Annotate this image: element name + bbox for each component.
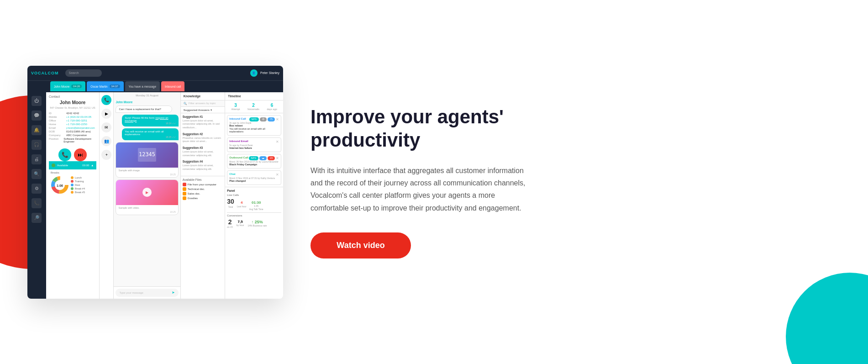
chat-panel: Monday 31 August John Moore Can I have a… <box>114 92 180 299</box>
topbar-user-name: Peter Stanley <box>260 71 279 74</box>
live-calls-title: Live Calls <box>227 194 281 196</box>
live-calls-row: 30 Total 4 Last hour 01:30 1:45 <box>227 198 281 211</box>
breaks-container: 1:06 Lunch Training Rest Break #4 Break … <box>51 176 95 194</box>
chat-sidebar: 📞 ▶ ✉ 👥 + <box>100 92 114 299</box>
chat-bubble: Sure! Please fill the form request an ex… <box>122 115 179 127</box>
knowledge-filter[interactable]: 🔍 Filter answers by topic <box>181 100 225 107</box>
chat-sender: John Moore <box>116 100 178 104</box>
app-main: ⏻ 💬 🔔 🎧 🖨 🔍 ⚙ 📞 🔎 Contact John Moore <box>27 92 283 299</box>
chat-social-icon[interactable]: 👥 <box>101 136 111 146</box>
contact-row: ID 4242 4242 <box>49 112 96 115</box>
contact-address: 547 Chester St, Brooklyn, NY 11212, US <box>49 106 96 109</box>
files-title: Available Files <box>183 178 223 181</box>
contact-row: Office +1 718-000-3251 <box>49 119 96 122</box>
chat-input[interactable]: Type your message ➤ <box>116 289 178 297</box>
stat-attempts: 3 Attempt <box>231 103 240 111</box>
chat-more-icon[interactable]: + <box>101 150 111 160</box>
chat-sms-icon[interactable]: ✉ <box>101 122 111 132</box>
chat-date: Monday 31 August <box>114 92 180 99</box>
status-expand[interactable]: ▲ <box>91 164 94 167</box>
nav-phone-icon[interactable]: 📞 <box>32 198 42 208</box>
tab-message[interactable]: You have a message <box>125 81 160 91</box>
tab-label: Oscar Martin <box>90 85 107 88</box>
call-controls: 📞 ⏭ <box>49 148 96 161</box>
stat-voicemails: 2 Voicemails <box>247 103 259 111</box>
timeline-header: Timeline <box>225 92 283 100</box>
page-wrapper: VOCALCOM Search 👤 Peter Stanley John Moo… <box>0 0 868 364</box>
contact-row: DOB 01/01/1988 (40 ans) <box>49 130 96 133</box>
timeline-panel: Timeline 3 Attempt 2 Voicemails <box>225 92 283 299</box>
app-mockup: VOCALCOM Search 👤 Peter Stanley John Moo… <box>27 66 283 299</box>
chat-video-icon[interactable]: ▶ <box>101 109 111 119</box>
topbar-search[interactable]: Search <box>65 69 102 77</box>
app-tabbar: John Moore 04:20 Oscar Martin 34:37 You … <box>27 80 283 92</box>
files-section: Available Files File from your computer … <box>181 176 225 203</box>
timeline-event-chat: Chat ✕ Mond. 8 Nov 2019 at 07:31 by Kath… <box>227 170 281 185</box>
contact-header: Contact <box>49 95 96 98</box>
break-panel: Breaks 1:06 <box>49 169 96 196</box>
timeline-event-inbound-email: Inbound Email ✕ 5n ago by Franck Baier I… <box>227 137 281 152</box>
chat-footer: Type your message ➤ <box>114 286 180 299</box>
bg-teal-circle <box>786 273 868 364</box>
knowledge-panel: Knowledge 🔍 Filter answers by topic Sugg… <box>181 92 226 299</box>
chat-video-bubble: ▶ Sample with video. 18:25 <box>116 179 178 215</box>
tab-oscar-martin[interactable]: Oscar Martin 34:37 <box>87 81 123 91</box>
watch-video-button[interactable]: Watch video <box>310 232 411 258</box>
legend-item: Break #5 <box>71 191 85 194</box>
legend-item: Training <box>71 180 85 183</box>
suggestions-list: Suggestion #1 Lorem ipsum dolor sit amet… <box>181 113 225 176</box>
topbar-search-text: Search <box>69 71 79 74</box>
suggestion-item: Suggestion #4 Lorem ipsum dolor sit amet… <box>183 160 223 171</box>
svg-text:1:06: 1:06 <box>57 184 63 187</box>
tab-inbound[interactable]: Inbound call <box>161 81 184 91</box>
contact-panel: Contact John Moore 547 Chester St, Brook… <box>46 92 100 299</box>
status-bar: Available 00:00 ▲ <box>49 161 96 169</box>
break-legend: Lunch Training Rest Break #4 Break #5 <box>71 176 85 194</box>
nav-settings-icon[interactable]: ⚙ <box>32 184 42 194</box>
timeline-events: Inbound Call NPS ⚙ 75 ✕ 3n ago by John D… <box>225 113 283 187</box>
play-button[interactable]: ▶ <box>142 188 152 197</box>
app-leftnav: ⏻ 💬 🔔 🎧 🖨 🔍 ⚙ 📞 🔎 <box>27 92 46 299</box>
knowledge-header: Knowledge <box>181 92 225 100</box>
file-item: Sales doc. <box>183 192 223 195</box>
suggestion-item: Suggestion #3 Lorem ipsum dolor sit amet… <box>183 146 223 157</box>
tab-time: 04:20 <box>71 84 82 88</box>
topbar-avatar: 👤 <box>250 69 258 77</box>
panel-section: Panel Live Calls 30 Total 4 Last hour <box>225 187 283 230</box>
send-icon[interactable]: ➤ <box>172 290 175 295</box>
page-description: With its intuitive interface that aggreg… <box>310 164 530 214</box>
legend-item: Lunch <box>71 176 85 179</box>
break-title: Breaks <box>51 171 95 174</box>
status-dot <box>52 164 55 167</box>
status-time: 00:00 <box>82 164 89 167</box>
nav-print-icon[interactable]: 🖨 <box>32 154 42 164</box>
file-item: Goodies <box>183 196 223 200</box>
left-section: VOCALCOM Search 👤 Peter Stanley John Moo… <box>0 0 283 364</box>
contact-row: Email j.moore@alicorporation.com <box>49 127 96 129</box>
tab-john-moore[interactable]: John Moore 04:20 <box>50 81 85 91</box>
nav-search2-icon[interactable]: 🔎 <box>32 213 42 223</box>
timeline-stats: 3 Attempt 2 Voicemails 6 days ago <box>225 100 283 113</box>
stat-days: 6 days ago <box>267 103 277 111</box>
conversions-row: 2 on 15 7,5 by hour ↑ 25% 14% Business r… <box>227 218 281 228</box>
right-section: Improve your agents' productivity With i… <box>283 78 868 286</box>
app-topbar: VOCALCOM Search 👤 Peter Stanley <box>27 66 283 80</box>
file-item: Technical doc. <box>183 187 223 191</box>
nav-headset-icon[interactable]: 🎧 <box>32 140 42 150</box>
nav-power-icon[interactable]: ⏻ <box>32 96 42 106</box>
suggestion-item: Suggestion #2 Phasellus varius lobortis … <box>183 132 223 143</box>
suggestion-item: Suggestion #1 Lorem ipsum dolor sit amet… <box>183 115 223 130</box>
app-logo: VOCALCOM <box>31 71 59 75</box>
tab-time: 34:37 <box>110 84 120 88</box>
tab-label: John Moore <box>54 85 69 88</box>
chat-bubble: You will receive an email with all expla… <box>122 128 179 140</box>
chat-phone-icon[interactable]: 📞 <box>101 95 111 105</box>
file-item: File from your computer <box>183 183 223 186</box>
answer-btn[interactable]: 📞 <box>58 148 71 161</box>
nav-alert-icon[interactable]: 🔔 <box>32 125 42 135</box>
nav-search-icon[interactable]: 🔍 <box>32 169 42 179</box>
app-screenshot: VOCALCOM Search 👤 Peter Stanley John Moo… <box>27 66 283 299</box>
hangup-btn[interactable]: ⏭ <box>74 148 87 161</box>
nav-chat-icon[interactable]: 💬 <box>32 111 42 121</box>
chat-messages: John Moore Can I have a replacement for … <box>114 99 180 286</box>
